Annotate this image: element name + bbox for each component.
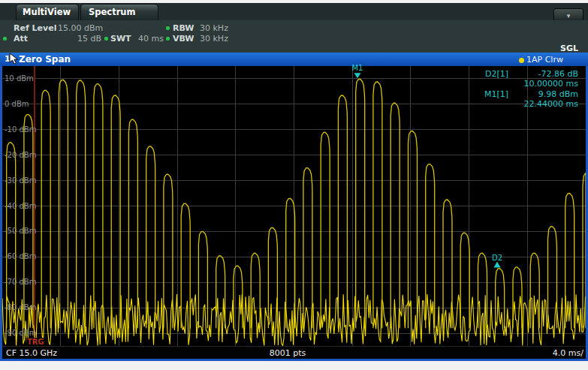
vbw-label: VBW [173, 34, 194, 44]
diagram-footer: CF 15.0 GHz 8001 pts 4.0 ms/ [2, 346, 586, 359]
att-field[interactable]: Att 15 dB [14, 34, 28, 44]
marker-d2-time: 10.00000 ms [509, 79, 578, 89]
swt-value: 40 ms [138, 34, 164, 44]
trigger-line-label: TRG [26, 338, 45, 346]
channel-settings-bar: Ref Level 15.00 dBm Att 15 dB SWT 40 ms … [0, 20, 588, 53]
ref-level-value: 15.00 dBm [58, 23, 103, 33]
att-label: Att [14, 34, 28, 44]
ref-level-label: Ref Level [14, 23, 56, 33]
window-title: Zero Span [19, 54, 71, 65]
window-number: 1 [5, 54, 11, 64]
marker-m1-name: M1[1] [447, 89, 508, 99]
trace1-color-dot [519, 58, 524, 63]
swt-field[interactable]: SWT 40 ms [110, 34, 131, 44]
vbw-value: 30 kHz [200, 34, 228, 44]
marker-d2-symbol[interactable] [494, 262, 501, 268]
swt-coupling-dot [104, 37, 108, 41]
ref-level-field[interactable]: Ref Level 15.00 dBm [14, 23, 56, 33]
trace-pulses [7, 79, 586, 328]
att-value: 15 dB [77, 34, 101, 44]
tab-spectrum-label: Spectrum [89, 7, 135, 17]
center-frequency-field[interactable]: CF 15.0 GHz [6, 348, 57, 358]
tab-multiview-label: MultiView [23, 7, 71, 17]
rbw-label: RBW [173, 23, 194, 33]
time-scale-field[interactable]: 4.0 ms/ [520, 348, 583, 358]
rbw-value: 30 kHz [200, 23, 228, 33]
rbw-field[interactable]: RBW 30 kHz [173, 23, 194, 33]
tab-bar: MultiView Spectrum ▾ [0, 3, 588, 20]
vbw-coupling-dot [166, 37, 170, 41]
marker-d2-name: D2[1] [447, 69, 508, 79]
zero-span-graph-area[interactable]: M1D210 dBm0 dBm-10 dBm-20 dBm-30 dBm-40 … [2, 66, 586, 346]
result-window-titlebar[interactable]: 1 Zero Span [0, 53, 588, 66]
window-border-bottom [0, 359, 588, 361]
sweep-points-label: 8001 pts [235, 348, 340, 358]
rbw-coupling-dot [166, 26, 170, 30]
att-coupling-dot [3, 37, 7, 41]
marker-m1-value: 9.98 dBm [509, 89, 578, 99]
marker-m1-symbol[interactable] [354, 73, 360, 78]
marker-m1-graph-label: M1 [351, 64, 363, 72]
vbw-field[interactable]: VBW 30 kHz [173, 34, 194, 44]
trace1-label[interactable]: 1AP Clrw [526, 55, 563, 65]
marker-d2-graph-label: D2 [492, 254, 502, 262]
marker-d2-value: -72.86 dB [509, 69, 578, 79]
swt-label: SWT [110, 34, 131, 44]
tab-multiview[interactable]: MultiView [16, 4, 79, 20]
tab-spectrum[interactable]: Spectrum [80, 4, 158, 20]
marker-m1-time: 22.44000 ms [509, 99, 578, 109]
